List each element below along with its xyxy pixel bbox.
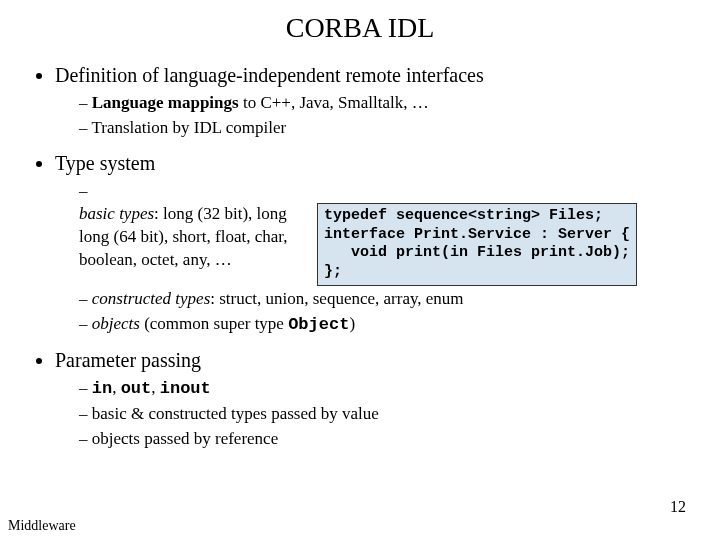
text-mono: in	[92, 379, 112, 398]
sub-item: Language mappings to C++, Java, Smalltal…	[79, 92, 690, 115]
sublist: basic types: long (32 bit), long long (6…	[55, 180, 690, 337]
text-code-row: basic types: long (32 bit), long long (6…	[79, 203, 690, 286]
bullet-list: Definition of language-independent remot…	[30, 62, 690, 451]
bullet-text: Definition of language-independent remot…	[55, 64, 484, 86]
sub-item: constructed types: struct, union, sequen…	[79, 288, 690, 311]
sublist: in, out, inout basic & constructed types…	[55, 377, 690, 451]
text: (common super type	[140, 314, 288, 333]
text: basic & constructed types passed by valu…	[92, 404, 379, 423]
bullet-definition: Definition of language-independent remot…	[55, 62, 690, 140]
sub-item: objects (common super type Object)	[79, 313, 690, 337]
wrapped-text: basic types: long (32 bit), long long (6…	[79, 203, 309, 272]
sublist: Language mappings to C++, Java, Smalltal…	[55, 92, 690, 140]
slide-title: CORBA IDL	[30, 12, 690, 44]
code-block: typedef sequence<string> Files; interfac…	[317, 203, 637, 286]
text: ,	[151, 378, 160, 397]
sub-item: in, out, inout	[79, 377, 690, 401]
text: ,	[112, 378, 121, 397]
slide: CORBA IDL Definition of language-indepen…	[0, 0, 720, 540]
text: to C++, Java, Smalltalk, …	[239, 93, 429, 112]
sub-item: objects passed by reference	[79, 428, 690, 451]
text-italic: objects	[92, 314, 140, 333]
text-italic: constructed types	[92, 289, 211, 308]
page-number: 12	[670, 498, 686, 516]
text: )	[349, 314, 355, 333]
bullet-parameter-passing: Parameter passing in, out, inout basic &…	[55, 347, 690, 451]
text-bold: Language mappings	[92, 93, 239, 112]
bullet-text: Type system	[55, 152, 155, 174]
sub-item: basic types: long (32 bit), long long (6…	[79, 180, 690, 286]
footer-text: Middleware	[8, 518, 76, 534]
text-mono: Object	[288, 315, 349, 334]
bullet-text: Parameter passing	[55, 349, 201, 371]
text-italic: basic types	[79, 204, 154, 223]
text: Translation by IDL compiler	[91, 118, 286, 137]
text: : struct, union, sequence, array, enum	[210, 289, 463, 308]
sub-item: Translation by IDL compiler	[79, 117, 690, 140]
text: objects passed by reference	[92, 429, 278, 448]
text-mono: out	[121, 379, 152, 398]
bullet-type-system: Type system basic types: long (32 bit), …	[55, 150, 690, 337]
sub-item: basic & constructed types passed by valu…	[79, 403, 690, 426]
text-mono: inout	[160, 379, 211, 398]
